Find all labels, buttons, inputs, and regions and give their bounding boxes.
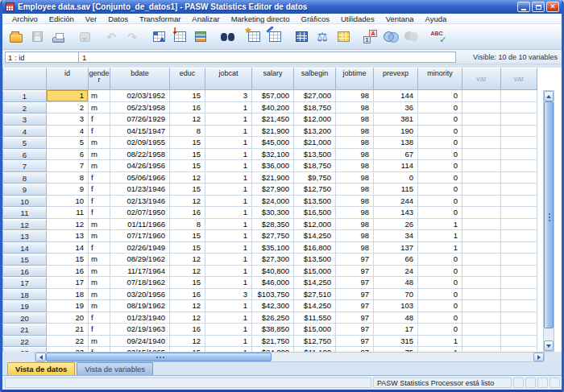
empty-var-cell[interactable] — [462, 324, 501, 336]
find-button[interactable] — [217, 27, 238, 47]
cell[interactable]: 97 — [336, 312, 374, 324]
menu-ayuda[interactable]: Ayuda — [420, 14, 453, 23]
title-bar[interactable]: Employee data.sav [Conjunto_de_datos1] -… — [2, 0, 562, 14]
cell[interactable]: 1 — [205, 207, 252, 219]
empty-var-cell[interactable] — [462, 242, 501, 254]
close-button[interactable]: ✕ — [546, 2, 559, 12]
empty-var-cell[interactable] — [501, 230, 537, 242]
cell[interactable]: 18 — [47, 289, 89, 301]
cell[interactable]: 1 — [205, 102, 252, 114]
cell[interactable]: 98 — [336, 172, 374, 184]
cell[interactable]: 1 — [205, 266, 252, 278]
cell[interactable]: 26 — [374, 219, 418, 231]
row-header[interactable]: 6 — [2, 149, 47, 161]
cell[interactable]: 6 — [47, 149, 89, 161]
row-header[interactable]: 14 — [2, 242, 47, 254]
menu-analizar[interactable]: Analizar — [186, 14, 225, 23]
cell[interactable]: 8 — [170, 219, 205, 231]
cell[interactable]: 07/26/1929 — [110, 113, 170, 126]
cell[interactable]: 15 — [170, 242, 205, 254]
cell[interactable]: 7 — [47, 160, 89, 172]
cell[interactable]: 1 — [205, 300, 252, 312]
cell[interactable]: 144 — [374, 90, 418, 102]
cell[interactable]: 16 — [170, 102, 205, 114]
cell[interactable]: 15 — [170, 90, 205, 102]
cell[interactable]: m — [89, 336, 110, 348]
cell[interactable]: 8 — [170, 126, 205, 138]
cell[interactable]: $27,750 — [252, 230, 294, 242]
cell[interactable]: 97 — [336, 266, 374, 278]
cell[interactable]: $40,800 — [252, 266, 294, 278]
use-variable-sets-button[interactable] — [380, 27, 401, 47]
cell[interactable]: 15 — [170, 137, 205, 149]
empty-var-cell[interactable] — [501, 126, 537, 138]
cell[interactable]: $12,750 — [294, 336, 336, 348]
cell[interactable]: 244 — [374, 196, 418, 208]
cell[interactable]: 02/03/1952 — [110, 90, 170, 102]
cell[interactable]: 67 — [374, 149, 418, 161]
cell[interactable]: 97 — [336, 277, 374, 289]
cell[interactable]: f — [89, 312, 110, 324]
cell[interactable]: 97 — [336, 336, 374, 348]
cell[interactable]: $40,200 — [252, 102, 294, 114]
cell[interactable]: 98 — [336, 149, 374, 161]
empty-var-cell[interactable] — [462, 266, 501, 278]
cell[interactable]: 0 — [418, 277, 462, 289]
empty-var-cell[interactable] — [462, 219, 501, 231]
cell[interactable]: 0 — [418, 113, 462, 126]
cell[interactable]: m — [89, 254, 110, 266]
row-header[interactable]: 13 — [2, 230, 47, 242]
row-header[interactable]: 22 — [2, 336, 47, 348]
cell[interactable]: 1 — [205, 242, 252, 254]
tab-vista-de-variables[interactable]: Vista de variables — [77, 362, 153, 375]
column-header-salbegin[interactable]: salbegin — [294, 68, 336, 90]
cell[interactable]: 16 — [170, 207, 205, 219]
cell[interactable]: $21,450 — [252, 113, 294, 126]
column-header-var1[interactable]: var — [462, 68, 501, 90]
cell[interactable]: 75 — [374, 347, 418, 352]
cell[interactable]: 08/19/1962 — [110, 300, 170, 312]
cell[interactable]: 24 — [374, 266, 418, 278]
empty-var-cell[interactable] — [462, 113, 501, 126]
empty-var-cell[interactable] — [462, 336, 501, 348]
empty-var-cell[interactable] — [462, 102, 501, 114]
empty-var-cell[interactable] — [462, 160, 501, 172]
cell[interactable]: 02/26/1949 — [110, 242, 170, 254]
cell[interactable]: m — [89, 230, 110, 242]
row-header[interactable]: 20 — [2, 312, 47, 324]
cell[interactable]: 0 — [418, 126, 462, 138]
cell[interactable]: 0 — [418, 160, 462, 172]
cell[interactable]: 0 — [418, 184, 462, 196]
cell[interactable]: m — [89, 277, 110, 289]
menu-transformar[interactable]: Transformar — [134, 14, 186, 23]
cell[interactable]: f — [89, 126, 110, 138]
cell[interactable]: 12 — [170, 254, 205, 266]
cell[interactable]: 0 — [374, 172, 418, 184]
cell[interactable]: 1 — [205, 160, 252, 172]
selected-cell[interactable]: 1 — [47, 90, 89, 102]
grid-corner-cell[interactable] — [2, 68, 47, 90]
cell[interactable]: 15 — [170, 149, 205, 161]
empty-var-cell[interactable] — [501, 266, 537, 278]
weight-cases-button[interactable] — [312, 27, 333, 47]
cell[interactable]: 97 — [336, 254, 374, 266]
column-header-educ[interactable]: educ — [170, 68, 205, 90]
empty-var-cell[interactable] — [462, 196, 501, 208]
cell[interactable]: 1 — [205, 219, 252, 231]
column-header-salary[interactable]: salary — [252, 68, 294, 90]
row-header[interactable]: 5 — [2, 137, 47, 149]
cell[interactable]: 1 — [418, 242, 462, 254]
cell[interactable]: 17 — [47, 277, 89, 289]
cell[interactable]: $27,000 — [294, 90, 336, 102]
cell[interactable]: 137 — [374, 242, 418, 254]
empty-var-cell[interactable] — [501, 184, 537, 196]
row-header[interactable]: 2 — [2, 102, 47, 114]
cell[interactable]: $35,100 — [252, 242, 294, 254]
empty-var-cell[interactable] — [501, 160, 537, 172]
cell[interactable]: 23 — [47, 347, 89, 352]
cell[interactable]: 0 — [418, 90, 462, 102]
cell[interactable]: 97 — [336, 300, 374, 312]
cell[interactable]: 01/11/1966 — [110, 219, 170, 231]
cell[interactable]: 0 — [418, 196, 462, 208]
cell[interactable]: $9,750 — [294, 172, 336, 184]
